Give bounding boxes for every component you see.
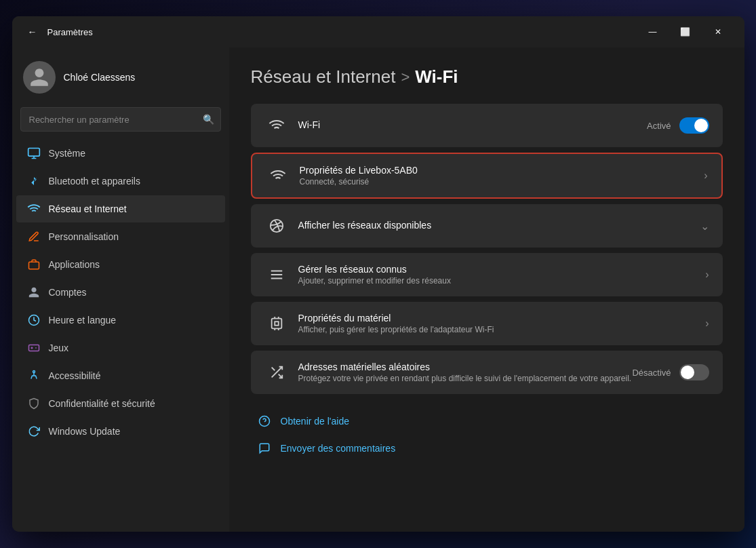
random-mac-subtitle: Protégez votre vie privée en rendant plu…	[298, 374, 633, 383]
available-networks-title: Afficher les réseaux disponibles	[298, 220, 700, 231]
main-layout: Chloé Claessens 🔍 Système	[12, 47, 744, 532]
sidebar-item-comptes[interactable]: Comptes	[16, 279, 225, 306]
hardware-props-chevron-right-icon: ›	[705, 317, 709, 330]
available-networks-row[interactable]: Afficher les réseaux disponibles ⌄	[251, 204, 723, 248]
sidebar-label-systeme: Système	[49, 148, 85, 159]
known-networks-card: Gérer les réseaux connus Ajouter, suppri…	[251, 253, 723, 296]
nav-menu: Système Bluetooth et appareils Réseau et…	[12, 140, 229, 445]
wifi-status-label: Activé	[647, 121, 671, 131]
window-title: Paramètres	[47, 27, 637, 37]
feedback-link-label: Envoyer des commentaires	[281, 443, 396, 454]
help-icon	[256, 413, 273, 429]
svg-line-17	[271, 368, 275, 371]
window-controls: — ⬜ ✕	[637, 21, 734, 43]
search-icon: 🔍	[203, 114, 214, 125]
feedback-icon	[256, 440, 273, 456]
wifi-right: Activé	[647, 117, 709, 134]
sidebar-label-comptes: Comptes	[49, 287, 87, 298]
sidebar-item-jeux[interactable]: Jeux	[16, 334, 225, 361]
random-mac-text: Adresses matérielles aléatoires Protégez…	[298, 361, 633, 383]
sidebar-item-bluetooth[interactable]: Bluetooth et appareils	[16, 168, 225, 195]
known-networks-right: ›	[705, 269, 709, 281]
sidebar-label-heure: Heure et langue	[49, 315, 117, 326]
known-networks-row[interactable]: Gérer les réseaux connus Ajouter, suppri…	[251, 253, 723, 296]
sidebar-label-bluetooth: Bluetooth et appareils	[49, 176, 140, 187]
network-wifi-icon	[266, 163, 290, 188]
sidebar-label-reseau: Réseau et Internet	[49, 203, 127, 214]
available-networks-right: ⌄	[700, 220, 709, 233]
hardware-props-text: Propriétés du matériel Afficher, puis gé…	[298, 313, 706, 334]
sidebar-item-apps[interactable]: Applications	[16, 251, 225, 278]
heure-icon	[27, 313, 41, 327]
update-icon	[27, 425, 41, 438]
close-button[interactable]: ✕	[702, 21, 734, 43]
access-icon	[27, 369, 41, 383]
help-section: Obtenir de l'aide Envoyer des commentair…	[251, 408, 723, 462]
sidebar: Chloé Claessens 🔍 Système	[12, 47, 229, 532]
sidebar-label-apps: Applications	[49, 259, 100, 270]
wifi-toggle-card: Wi-Fi Activé	[251, 104, 723, 147]
network-title: Propriétés de Livebox-5AB0	[300, 165, 704, 176]
random-mac-toggle-label: Désactivé	[632, 368, 671, 378]
known-networks-title: Gérer les réseaux connus	[298, 264, 706, 275]
sidebar-label-access: Accessibilité	[49, 370, 101, 381]
minimize-button[interactable]: —	[637, 21, 669, 43]
sidebar-label-confidentialite: Confidentialité et sécurité	[49, 398, 155, 409]
network-chevron-right-icon: ›	[704, 170, 707, 182]
sidebar-item-update[interactable]: Windows Update	[16, 418, 225, 445]
svg-rect-1	[28, 262, 39, 269]
random-mac-row[interactable]: Adresses matérielles aléatoires Protégez…	[251, 351, 723, 394]
reseau-icon	[27, 202, 41, 216]
wifi-toggle[interactable]	[679, 117, 709, 134]
random-mac-toggle[interactable]	[679, 364, 709, 380]
svg-rect-9	[271, 319, 281, 329]
available-networks-text: Afficher les réseaux disponibles	[298, 220, 700, 232]
comptes-icon	[27, 286, 41, 299]
help-link[interactable]: Obtenir de l'aide	[254, 408, 720, 435]
svg-point-4	[33, 371, 35, 373]
network-card[interactable]: Propriétés de Livebox-5AB0 Connecté, séc…	[251, 153, 723, 199]
wifi-label: Wi-Fi	[298, 119, 648, 130]
sidebar-label-update: Windows Update	[49, 426, 121, 437]
feedback-link[interactable]: Envoyer des commentaires	[254, 435, 720, 462]
available-networks-card: Afficher les réseaux disponibles ⌄	[251, 204, 723, 248]
sidebar-label-perso: Personnalisation	[49, 231, 119, 242]
sidebar-item-reseau[interactable]: Réseau et Internet	[16, 195, 225, 222]
known-networks-icon	[264, 262, 289, 287]
bluetooth-icon	[27, 174, 41, 188]
sidebar-item-confidentialite[interactable]: Confidentialité et sécurité	[16, 390, 225, 417]
search-input[interactable]	[20, 107, 221, 132]
breadcrumb-current: Wi-Fi	[415, 66, 458, 87]
sidebar-item-perso[interactable]: Personnalisation	[16, 223, 225, 250]
user-name: Chloé Claessens	[64, 72, 136, 83]
available-networks-chevron-down-icon: ⌄	[700, 220, 709, 233]
apps-icon	[27, 258, 41, 271]
random-mac-toggle-thumb	[681, 366, 694, 379]
sidebar-item-access[interactable]: Accessibilité	[16, 362, 225, 389]
network-row[interactable]: Propriétés de Livebox-5AB0 Connecté, séc…	[252, 154, 721, 197]
restore-button[interactable]: ⬜	[670, 21, 701, 43]
sidebar-item-heure[interactable]: Heure et langue	[16, 307, 225, 334]
hardware-props-icon	[264, 311, 289, 336]
sidebar-label-jeux: Jeux	[49, 342, 69, 353]
systeme-icon	[27, 146, 41, 160]
help-link-label: Obtenir de l'aide	[281, 416, 350, 427]
random-mac-title: Adresses matérielles aléatoires	[298, 361, 633, 372]
hardware-props-row[interactable]: Propriétés du matériel Afficher, puis gé…	[251, 302, 723, 345]
network-subtitle: Connecté, sécurisé	[300, 177, 704, 187]
sidebar-item-systeme[interactable]: Système	[16, 140, 225, 167]
jeux-icon	[27, 341, 41, 355]
main-content: Réseau et Internet > Wi-Fi Wi-Fi Activé	[229, 47, 744, 532]
random-mac-card: Adresses matérielles aléatoires Protégez…	[251, 351, 723, 394]
search-box: 🔍	[20, 107, 221, 132]
available-networks-icon	[264, 214, 289, 238]
random-mac-right: Désactivé	[632, 364, 709, 380]
known-networks-subtitle: Ajouter, supprimer et modifier des résea…	[298, 276, 706, 286]
breadcrumb-separator: >	[401, 68, 410, 86]
hardware-props-card: Propriétés du matériel Afficher, puis gé…	[251, 302, 723, 345]
network-text: Propriétés de Livebox-5AB0 Connecté, séc…	[300, 165, 704, 187]
avatar	[23, 61, 56, 94]
back-button[interactable]: ←	[23, 22, 42, 41]
hardware-props-title: Propriétés du matériel	[298, 313, 706, 324]
breadcrumb: Réseau et Internet > Wi-Fi	[251, 66, 723, 87]
